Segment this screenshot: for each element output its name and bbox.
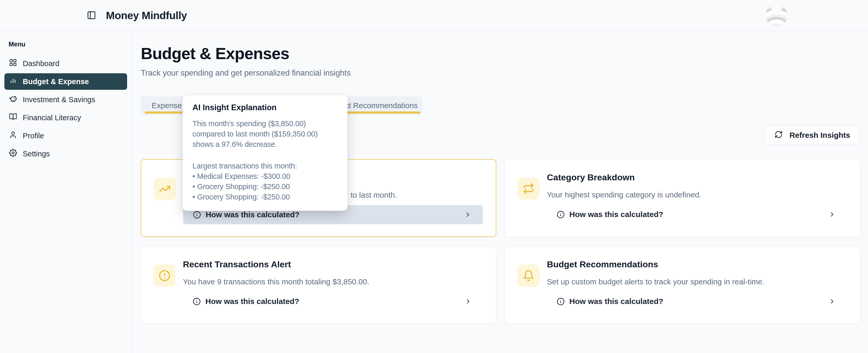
tooltip-bullet: • Medical Expenses: -$300.00 (192, 171, 338, 181)
sidebar-item-label: Budget & Expense (23, 77, 89, 86)
tooltip-bullet: • Grocery Shopping: -$250.00 (192, 192, 338, 202)
chevron-right-icon (829, 211, 836, 218)
how-calculated-button[interactable]: How was this calculated? (547, 205, 847, 224)
repeat-icon (518, 178, 540, 200)
alert-circle-icon (153, 264, 176, 287)
gear-icon (9, 149, 17, 159)
sidebar: Menu Dashboard Budget & Expense Investme… (0, 31, 132, 353)
tooltip-title: AI Insight Explanation (192, 103, 338, 112)
info-icon (193, 297, 201, 306)
page-subtitle: Track your spending and get personalized… (141, 68, 860, 78)
how-calculated-label: How was this calculated? (206, 210, 300, 219)
how-calculated-button[interactable]: How was this calculated? (547, 292, 847, 311)
sidebar-toggle-button[interactable] (85, 9, 98, 22)
chevron-right-icon (829, 298, 836, 305)
chevron-right-icon (464, 211, 471, 218)
chevron-right-icon (464, 298, 472, 305)
insight-card-budget-recommendations: Budget Recommendations Set up custom bud… (505, 246, 860, 324)
bar-chart-icon (9, 77, 17, 86)
page-title: Budget & Expenses (141, 44, 860, 63)
user-icon (9, 131, 17, 141)
insight-card-recent-transactions: Recent Transactions Alert You have 9 tra… (141, 246, 496, 324)
how-calculated-label: How was this calculated? (569, 297, 663, 306)
info-icon (557, 211, 565, 218)
avatar[interactable] (766, 4, 787, 26)
bell-icon (518, 264, 540, 287)
sidebar-section-label: Menu (8, 40, 127, 48)
panel-left-icon (87, 10, 96, 21)
how-calculated-label: How was this calculated? (569, 210, 663, 219)
sidebar-item-label: Settings (23, 150, 50, 158)
app-title: Money Mindfully (106, 9, 187, 22)
sidebar-item-investment-savings[interactable]: Investment & Savings (4, 91, 127, 108)
info-icon (557, 297, 565, 306)
tooltip-transactions-list: Largest transactions this month: • Medic… (192, 161, 338, 202)
sidebar-item-profile[interactable]: Profile (4, 128, 127, 144)
trending-up-icon (154, 178, 176, 200)
sidebar-item-dashboard[interactable]: Dashboard (4, 55, 127, 72)
sidebar-item-label: Investment & Savings (23, 96, 95, 104)
dashboard-grid-icon (9, 59, 17, 68)
card-title: Budget Recommendations (547, 259, 658, 270)
card-title: Category Breakdown (547, 172, 635, 182)
main-content: Budget & Expenses Track your spending an… (132, 31, 868, 353)
refresh-icon (774, 130, 783, 140)
how-calculated-label: How was this calculated? (206, 297, 299, 306)
sidebar-item-label: Dashboard (23, 59, 59, 68)
piggy-bank-icon (9, 95, 17, 105)
tooltip-bullet: • Grocery Shopping: -$250.00 (192, 181, 338, 192)
app-shell: Menu Dashboard Budget & Expense Investme… (0, 31, 868, 353)
sidebar-item-budget-expense[interactable]: Budget & Expense (4, 73, 127, 90)
how-calculated-button[interactable]: How was this calculated? (183, 292, 483, 311)
sidebar-item-settings[interactable]: Settings (4, 145, 127, 162)
card-description: Set up custom budget alerts to track you… (547, 277, 765, 286)
card-title: Recent Transactions Alert (183, 259, 291, 270)
tooltip-list-intro: Largest transactions this month: (192, 161, 338, 171)
sidebar-item-label: Profile (23, 132, 44, 140)
insight-card-category-breakdown: Category Breakdown Your highest spending… (505, 159, 860, 237)
tooltip-paragraph: This month's spending ($3,850.00) compar… (192, 118, 338, 149)
card-description: Your highest spending category is undefi… (547, 190, 702, 199)
open-book-icon (9, 113, 17, 122)
card-description-fragment: to last month. (350, 191, 397, 200)
refresh-insights-button[interactable]: Refresh Insights (765, 126, 860, 145)
sidebar-item-financial-literacy[interactable]: Financial Literacy (4, 109, 127, 126)
ai-insight-tooltip: AI Insight Explanation This month's spen… (183, 95, 347, 211)
sidebar-item-label: Financial Literacy (23, 113, 81, 122)
top-header: Money Mindfully (0, 0, 868, 31)
card-description: You have 9 transactions this month total… (183, 277, 369, 286)
app-root: Money Mindfully Menu Dashboard Budget & … (0, 0, 868, 353)
info-icon (193, 211, 201, 219)
refresh-insights-label: Refresh Insights (789, 131, 850, 140)
